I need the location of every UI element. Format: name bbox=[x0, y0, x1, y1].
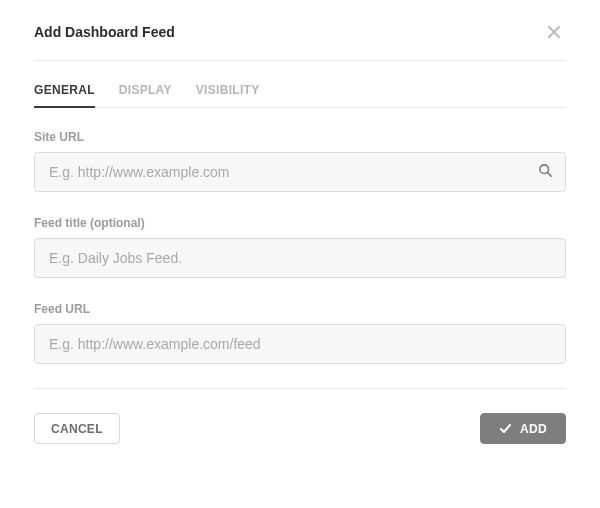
site-url-label: Site URL bbox=[34, 130, 566, 144]
add-dashboard-feed-modal: Add Dashboard Feed GENERAL DISPLAY VISIB… bbox=[0, 0, 600, 470]
tabs: GENERAL DISPLAY VISIBILITY bbox=[34, 75, 566, 108]
feed-title-input-wrap bbox=[34, 238, 566, 278]
modal-header: Add Dashboard Feed bbox=[34, 0, 566, 61]
add-button[interactable]: ADD bbox=[480, 413, 566, 444]
site-url-group: Site URL bbox=[34, 130, 566, 192]
close-button[interactable] bbox=[542, 20, 566, 44]
feed-title-input[interactable] bbox=[34, 238, 566, 278]
feed-title-label: Feed title (optional) bbox=[34, 216, 566, 230]
feed-url-group: Feed URL bbox=[34, 302, 566, 364]
tab-display[interactable]: DISPLAY bbox=[119, 75, 172, 107]
site-url-input[interactable] bbox=[34, 152, 566, 192]
tab-label: GENERAL bbox=[34, 83, 95, 97]
cancel-button-label: CANCEL bbox=[51, 422, 103, 436]
search-icon bbox=[538, 163, 553, 181]
cancel-button[interactable]: CANCEL bbox=[34, 413, 120, 444]
check-icon bbox=[499, 422, 512, 435]
general-panel: Site URL Feed title (optional) bbox=[34, 108, 566, 364]
feed-url-label: Feed URL bbox=[34, 302, 566, 316]
tab-label: VISIBILITY bbox=[196, 83, 260, 97]
close-icon bbox=[546, 24, 562, 40]
tab-general[interactable]: GENERAL bbox=[34, 75, 95, 107]
modal-title: Add Dashboard Feed bbox=[34, 24, 175, 40]
tab-visibility[interactable]: VISIBILITY bbox=[196, 75, 260, 107]
feed-title-group: Feed title (optional) bbox=[34, 216, 566, 278]
svg-line-1 bbox=[547, 173, 551, 177]
site-url-input-wrap bbox=[34, 152, 566, 192]
feed-url-input-wrap bbox=[34, 324, 566, 364]
modal-footer: CANCEL ADD bbox=[34, 389, 566, 470]
add-button-label: ADD bbox=[520, 422, 547, 436]
site-url-lookup-button[interactable] bbox=[528, 155, 562, 189]
feed-url-input[interactable] bbox=[34, 324, 566, 364]
tab-label: DISPLAY bbox=[119, 83, 172, 97]
